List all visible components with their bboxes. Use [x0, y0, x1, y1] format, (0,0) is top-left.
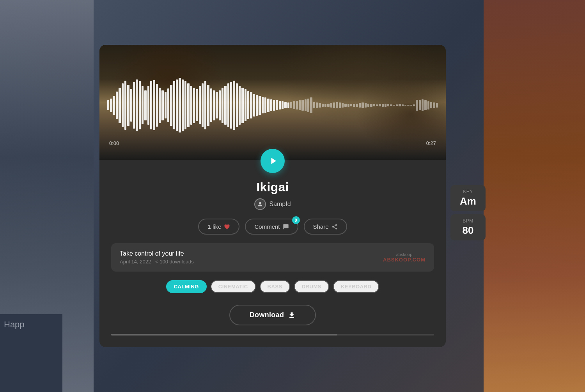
key-box: Key Am [450, 185, 486, 211]
tag-drums[interactable]: DRUMS [294, 280, 329, 293]
track-title: Ikigai [107, 180, 438, 194]
play-icon [269, 157, 278, 165]
svg-point-1 [259, 202, 261, 204]
scroll-bar-fill [111, 334, 337, 335]
track-separator: · [152, 259, 155, 265]
tag-bass[interactable]: BASS [260, 280, 290, 293]
bpm-value: 80 [456, 224, 480, 237]
bottom-left-text: Happ [4, 320, 25, 330]
like-button[interactable]: 1 like [198, 219, 239, 235]
bg-right-panel [484, 0, 585, 392]
tag-cinematic[interactable]: CINEMATIC [211, 280, 256, 293]
waveform-section: 0:00 0:27 [99, 45, 446, 160]
comment-label: Comment [254, 223, 280, 230]
key-value: Am [456, 195, 480, 207]
player-modal: 0:00 0:27 Ikigai SampId [99, 45, 446, 347]
bpm-box: BPM 80 [450, 214, 486, 240]
play-button-wrap [99, 149, 446, 173]
svg-marker-0 [271, 158, 277, 164]
comment-badge: 0 [292, 216, 300, 224]
tag-keyboard[interactable]: KEYBOARD [333, 280, 379, 293]
comment-icon [283, 224, 289, 230]
download-wrap: Download [99, 305, 446, 325]
scroll-bar[interactable] [111, 334, 434, 335]
download-icon [288, 311, 296, 319]
tags-row: CALMINGCINEMATICBASSDRUMSKEYBOARD [99, 280, 446, 293]
track-date: April 14, 2022 [120, 259, 151, 265]
artist-row: SampId [107, 198, 438, 210]
track-meta: April 14, 2022 · < 100 downloads [120, 259, 194, 265]
artist-avatar-icon [257, 201, 263, 207]
track-downloads: < 100 downloads [155, 259, 194, 265]
comment-button[interactable]: Comment 0 [245, 219, 298, 235]
share-icon [332, 224, 338, 230]
info-left: Take control of your life April 14, 2022… [120, 250, 194, 265]
heart-icon [224, 224, 230, 230]
time-end: 0:27 [426, 140, 436, 146]
artist-icon [254, 198, 266, 210]
modal-wrapper: 0:00 0:27 Ikigai SampId [99, 45, 486, 347]
action-row: 1 like Comment 0 Share [99, 219, 446, 235]
key-label: Key [456, 189, 480, 194]
share-button[interactable]: Share [304, 219, 347, 235]
info-card: Take control of your life April 14, 2022… [111, 243, 434, 272]
bpm-label: BPM [456, 218, 480, 224]
track-description: Take control of your life [120, 250, 194, 257]
waveform-bars[interactable] [107, 74, 438, 136]
artist-name: SampId [269, 201, 291, 208]
download-label: Download [250, 311, 284, 319]
download-button[interactable]: Download [229, 305, 316, 325]
watermark-top: abskoop [396, 252, 413, 257]
track-info: Ikigai SampId [99, 180, 446, 210]
like-label: 1 like [207, 223, 221, 230]
watermark: abskoop ABSKOOP.COM [383, 252, 425, 263]
time-start: 0:00 [109, 140, 119, 146]
play-button[interactable] [261, 149, 285, 173]
watermark-bottom: ABSKOOP.COM [383, 257, 425, 263]
share-label: Share [313, 223, 329, 230]
side-panel: Key Am BPM 80 [450, 185, 486, 244]
tag-calming[interactable]: CALMING [166, 280, 207, 293]
